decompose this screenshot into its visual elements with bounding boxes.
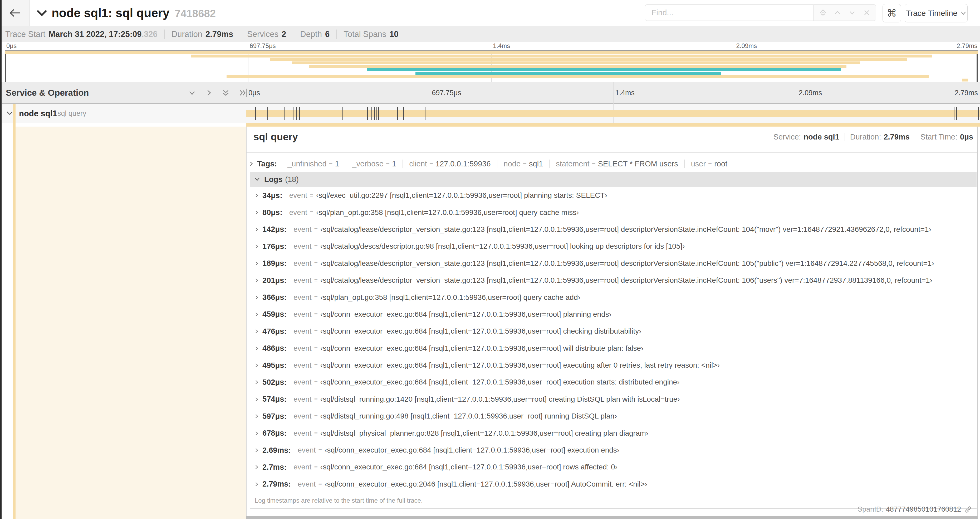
log-entry-row[interactable]: 486μs: event = ‹sql/conn_executor_exec.g… (250, 340, 977, 357)
log-equals: = (314, 396, 317, 403)
back-button[interactable] (0, 0, 30, 26)
log-chevron-icon (255, 397, 259, 402)
minimap-span (367, 68, 841, 72)
log-equals: = (314, 243, 317, 250)
log-marker-tick[interactable] (403, 107, 404, 120)
summary-item: Services2 (240, 30, 293, 39)
tag-key: user (691, 160, 706, 168)
log-marker-tick[interactable] (293, 107, 293, 120)
prev-match-icon[interactable] (832, 7, 843, 18)
find-input[interactable] (645, 5, 813, 21)
span-children-chevron-icon[interactable] (6, 111, 13, 115)
tag-equals: = (329, 161, 333, 168)
log-entry-row[interactable]: 502μs: event = ‹sql/conn_executor_exec.g… (250, 374, 977, 391)
log-entry-row[interactable]: 34μs: event = ‹sql/exec_util.go:2297 [ns… (250, 187, 977, 204)
summary-label: Services (247, 30, 278, 39)
axis-tick-label: 697.75μs (430, 82, 461, 103)
log-field-key: event (293, 412, 312, 420)
collapse-one-icon[interactable] (188, 88, 197, 97)
minimap-right-scrubber[interactable] (977, 51, 978, 82)
log-entry-row[interactable]: 201μs: event = ‹sql/catalog/lease/descri… (250, 272, 977, 289)
log-marker-tick[interactable] (374, 107, 375, 120)
log-entry-row[interactable]: 2.7ms: event = ‹sql/conn_executor_exec.g… (250, 458, 977, 476)
log-field-value: ‹sql/conn_executor_exec.go:684 [nsql1,cl… (320, 463, 617, 471)
log-entry-row[interactable]: 678μs: event = ‹sql/distsql_physical_pla… (250, 425, 977, 441)
tag-equals: = (523, 161, 527, 168)
summary-label: Trace Start (5, 30, 45, 39)
log-marker-tick[interactable] (378, 107, 379, 120)
tags-toggle-row[interactable]: Tags: _unfinished=1_verbose=1client=127.… (249, 156, 734, 171)
log-marker-tick[interactable] (954, 107, 955, 120)
logs-title: Logs (264, 175, 282, 184)
log-marker-tick[interactable] (296, 107, 297, 120)
collapse-all-icon[interactable] (221, 88, 230, 97)
span-service-name[interactable]: node sql1 (19, 104, 57, 123)
log-timestamp: 201μs: (262, 276, 286, 285)
log-marker-tick[interactable] (299, 107, 300, 120)
log-marker-tick[interactable] (397, 107, 398, 120)
minimap-left-scrubber[interactable] (5, 51, 6, 82)
clear-find-icon[interactable] (861, 7, 872, 18)
detail-meta-label: Duration: (850, 133, 881, 141)
expand-one-icon[interactable] (204, 88, 213, 97)
log-timestamp: 142μs: (262, 225, 286, 234)
log-entry-row[interactable]: 142μs: event = ‹sql/catalog/lease/descri… (250, 221, 977, 238)
log-chevron-icon (255, 244, 259, 249)
span-row[interactable]: node sql1 sql query (0, 104, 980, 123)
log-timestamp: 366μs: (262, 293, 286, 302)
log-marker-tick[interactable] (978, 107, 979, 120)
log-marker-tick[interactable] (267, 107, 268, 120)
log-entry-row[interactable]: 80μs: event = ‹sql/plan_opt.go:358 [nsql… (250, 204, 977, 221)
collapse-trace-chevron-icon[interactable] (37, 9, 48, 16)
log-field-key: event (293, 242, 312, 251)
locate-icon[interactable] (818, 7, 828, 18)
back-arrow-icon (9, 8, 21, 18)
span-id-label: SpanID: (858, 505, 883, 513)
log-entry-row[interactable]: 574μs: event = ‹sql/distsql_running.go:1… (250, 391, 977, 408)
deep-link-icon[interactable] (964, 506, 972, 513)
log-equals: = (314, 464, 317, 471)
log-marker-tick[interactable] (956, 107, 957, 120)
log-entry-row[interactable]: 366μs: event = ‹sql/plan_opt.go:358 [nsq… (250, 289, 977, 306)
keyboard-shortcuts-button[interactable]: ⌘ (883, 4, 901, 22)
log-entry-row[interactable]: 495μs: event = ‹sql/conn_executor_exec.g… (250, 357, 977, 374)
trace-view-dropdown[interactable]: Trace Timeline (905, 4, 967, 22)
log-field-value: ‹sql/catalog/lease/descriptor_version_st… (320, 276, 932, 284)
log-field-value: ‹sql/catalog/lease/descriptor_version_st… (320, 225, 931, 234)
log-entry-row[interactable]: 2.79ms: event = ‹sql/conn_executor_exec.… (250, 476, 977, 493)
tags-list: _unfinished=1_verbose=1client=127.0.0.1:… (281, 160, 734, 168)
log-entry-row[interactable]: 459μs: event = ‹sql/conn_executor_exec.g… (250, 306, 977, 323)
log-marker-tick[interactable] (342, 107, 343, 120)
trace-minimap[interactable] (5, 50, 978, 82)
tree-indent-gutter (2, 126, 13, 519)
log-marker-tick[interactable] (367, 107, 368, 120)
log-marker-tick[interactable] (377, 107, 377, 120)
axis-tick-label: 0μs (5, 42, 17, 50)
span-operation-name[interactable]: sql query (57, 104, 86, 123)
span-id-row: SpanID: 4877749850101760812 (858, 505, 972, 513)
log-marker-tick[interactable] (255, 107, 256, 120)
log-field-value: ‹sql/conn_executor_exec.go:684 [nsql1,cl… (320, 344, 644, 353)
log-field-key: event (289, 208, 307, 217)
log-entry-row[interactable]: 2.69ms: event = ‹sql/conn_executor_exec.… (250, 442, 977, 458)
log-entry-row[interactable]: 176μs: event = ‹sql/catalog/descs/descri… (250, 238, 977, 255)
log-equals: = (314, 226, 317, 233)
tag-pill: _verbose=1 (346, 160, 402, 168)
log-entry-row[interactable]: 189μs: event = ‹sql/catalog/lease/descri… (250, 255, 977, 272)
summary-value: 2 (282, 30, 286, 39)
span-duration-bar[interactable] (246, 110, 980, 117)
trace-title-text: node sql1: sql query (52, 6, 169, 20)
log-marker-tick[interactable] (371, 107, 372, 120)
minimap-span (963, 78, 968, 82)
log-entry-row[interactable]: 476μs: event = ‹sql/conn_executor_exec.g… (250, 323, 977, 340)
next-match-icon[interactable] (847, 7, 858, 18)
log-entry-row[interactable]: 597μs: event = ‹sql/distsql_running.go:4… (250, 408, 977, 425)
tag-pill: client=127.0.0.1:59936 (402, 160, 497, 168)
logs-header[interactable]: Logs (18) (250, 172, 977, 187)
find-group (645, 5, 876, 21)
log-equals: = (318, 481, 322, 488)
log-equals: = (314, 345, 317, 352)
log-field-value: ‹sql/catalog/descs/descriptor.go:98 [nsq… (320, 242, 685, 251)
log-marker-tick[interactable] (425, 107, 425, 120)
log-marker-tick[interactable] (284, 107, 285, 120)
